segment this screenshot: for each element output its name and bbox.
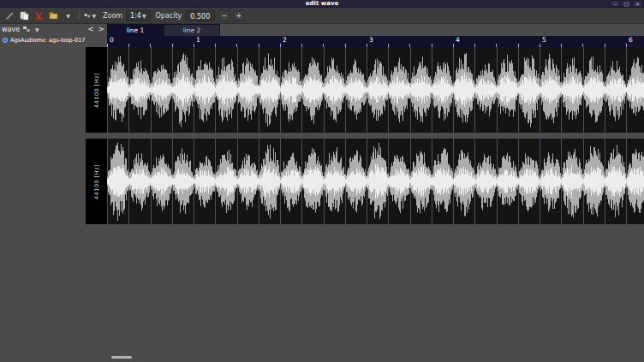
zoom-select[interactable]: 1:4 ▼ xyxy=(126,10,151,21)
tab-line-1[interactable]: line 1 xyxy=(107,24,164,36)
opacity-increase-button[interactable]: + xyxy=(233,10,244,21)
tab-strip: < > line 1 line 2 xyxy=(86,24,644,36)
ruler-tick-label: 2 xyxy=(283,36,287,44)
close-button[interactable]: × xyxy=(633,0,642,7)
window-controls: – □ × xyxy=(611,0,642,8)
ruler-tick-label: 4 xyxy=(456,36,460,44)
toolbar: ▼ ▼ Zoom 1:4 ▼ Opacity 0.500 − + xyxy=(0,8,644,24)
waveform-canvas-1[interactable] xyxy=(107,139,644,224)
sidebar-header-label: wave xyxy=(2,26,20,33)
ruler-tick-label: 0 xyxy=(110,36,114,44)
waveform-canvas-0[interactable] xyxy=(107,47,644,133)
minimize-button[interactable]: – xyxy=(611,0,620,7)
cut-icon[interactable] xyxy=(32,9,45,22)
chevron-down-icon: ▼ xyxy=(142,13,146,19)
wave-channel-0: 44100 [Hz] xyxy=(86,47,644,133)
tool-menu-icon[interactable]: ▼ xyxy=(83,9,97,22)
toolbar-separator xyxy=(79,10,80,21)
wave-channel-1: 44100 [Hz] xyxy=(86,139,644,224)
wave-sidebar: wave ▼ AgsAudiome: ags-loop-017 xyxy=(0,24,86,362)
copy-icon[interactable] xyxy=(17,9,31,22)
window-title: edit wave xyxy=(0,0,644,8)
ruler-tick-label: 5 xyxy=(542,36,546,44)
chevron-down-icon: ▼ xyxy=(92,13,96,19)
chevron-down-icon: ▼ xyxy=(66,13,70,19)
zoom-value: 1:4 xyxy=(130,12,141,20)
nav-back-button[interactable]: < xyxy=(86,24,96,36)
maximize-button[interactable]: □ xyxy=(622,0,631,7)
samplerate-label: 44100 [Hz] xyxy=(86,47,107,133)
paste-icon[interactable] xyxy=(46,9,60,22)
opacity-decrease-button[interactable]: − xyxy=(218,10,230,21)
line-tabs: line 1 line 2 xyxy=(107,24,220,36)
chevron-down-icon[interactable]: ▼ xyxy=(35,27,39,33)
samplerate-label: 44100 [Hz] xyxy=(86,139,107,224)
opacity-value-field[interactable]: 0.500 xyxy=(185,10,215,21)
edit-wave-window: edit wave – □ × xyxy=(0,0,644,362)
channel-enabled-radio[interactable] xyxy=(3,38,8,43)
ruler[interactable]: 0123456 xyxy=(107,36,644,47)
opacity-label: Opacity xyxy=(156,12,182,20)
position-tool-icon[interactable] xyxy=(3,9,16,22)
ruler-tick-label: 6 xyxy=(629,36,633,44)
edit-dropdown-arrow[interactable]: ▼ xyxy=(61,9,75,22)
title-bar: edit wave – □ × xyxy=(0,0,644,8)
audio-channel-label: AgsAudiome: ags-loop-017 xyxy=(10,37,86,44)
horizontal-scrollbar[interactable] xyxy=(111,356,132,359)
zoom-label: Zoom xyxy=(103,12,122,20)
wave-level-icon[interactable] xyxy=(22,26,32,33)
nav-forward-button[interactable]: > xyxy=(96,24,106,36)
tab-line-2[interactable]: line 2 xyxy=(164,24,220,36)
ruler-tick-label: 3 xyxy=(369,36,373,44)
sidebar-header: wave ▼ xyxy=(0,24,86,35)
wave-editor: < > line 1 line 2 0123456 44100 [Hz] 441… xyxy=(86,24,644,362)
list-item-audio-channel[interactable]: AgsAudiome: ags-loop-017 xyxy=(0,35,86,45)
ruler-tick-label: 1 xyxy=(196,36,200,44)
